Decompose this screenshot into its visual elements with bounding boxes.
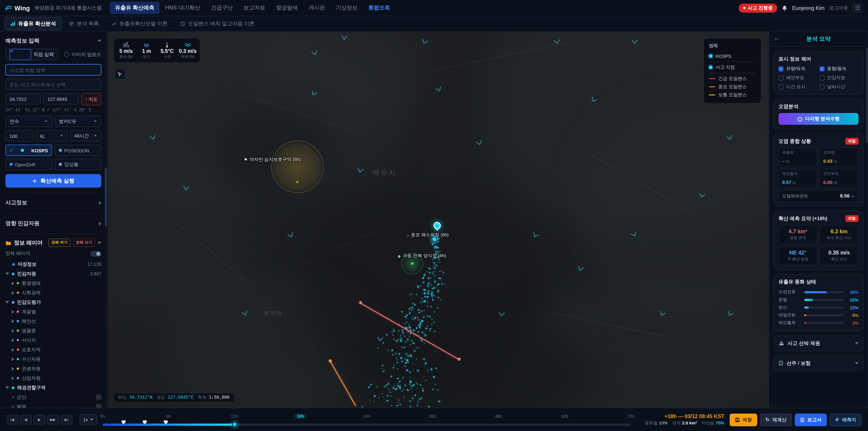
layer-subitem[interactable]: 산업자원 <box>5 373 101 383</box>
nav-item-3[interactable]: 보고자료 <box>239 2 270 14</box>
incident-status-badge[interactable]: 사고 진행중 <box>739 3 777 12</box>
display-option-2[interactable]: 예인부표 <box>778 74 817 81</box>
pick-on-map-button[interactable]: ↑지도 <box>81 93 101 105</box>
display-option-4[interactable]: 시간 표시 <box>778 84 817 90</box>
chevron-right-icon[interactable] <box>12 329 14 333</box>
layer-subitem[interactable]: 해안선 <box>5 316 101 326</box>
layer-item[interactable]: 어장정보17,129 <box>5 259 101 269</box>
app-logo[interactable]: Wing <box>5 4 30 11</box>
tick-18h[interactable]: 18h <box>294 413 307 418</box>
nav-item-0[interactable]: 유출유 확산예측 <box>110 2 159 14</box>
nav-item-2[interactable]: 긴급구난 <box>206 2 238 14</box>
skip-end-button[interactable]: ▶| <box>61 415 72 425</box>
chevron-right-icon[interactable] <box>12 357 14 361</box>
unit-select[interactable]: kL <box>36 130 67 142</box>
chevron-right-icon[interactable] <box>12 376 14 380</box>
logout-button[interactable]: 로그아웃 <box>829 5 848 11</box>
display-option-1[interactable]: ✓풍향/풍속 <box>819 65 859 72</box>
accident-list-input[interactable] <box>5 79 101 90</box>
layer-subitem[interactable]: 보호지역 <box>5 345 101 355</box>
ship-spec-section[interactable]: 사고 선박 제원 <box>774 335 864 351</box>
accident-info-section[interactable]: 사고정보 <box>5 197 101 208</box>
menu-button[interactable] <box>852 4 863 12</box>
speed-select[interactable]: 1x <box>80 414 97 425</box>
chevron-right-icon[interactable] <box>12 310 14 313</box>
sidebar-scrollbar[interactable] <box>105 32 107 408</box>
nav-item-4[interactable]: 항공탐색 <box>271 2 303 14</box>
skip-start-button[interactable]: |◀ <box>6 415 18 425</box>
map-annotation[interactable]: ⌂ 종포 해수욕장 (6h) <box>406 232 449 238</box>
layer-item[interactable]: 민감도평가 <box>5 298 101 307</box>
재계산-button[interactable]: ↻재계산 <box>760 413 792 426</box>
chevron-right-icon[interactable] <box>12 319 14 323</box>
amount-input[interactable] <box>5 130 33 142</box>
tab-2[interactable]: 유출유확산모델 이론 <box>106 17 173 30</box>
accident-name-input[interactable] <box>5 64 101 75</box>
oil-fence-line-important[interactable] <box>330 361 356 406</box>
tick-0h[interactable]: 0h <box>100 413 105 418</box>
fence-endpoint[interactable] <box>359 301 362 304</box>
all-layers-toggle[interactable] <box>90 251 101 256</box>
예측지-button[interactable]: ✈예측지 <box>830 413 862 426</box>
input-mode-radio-1[interactable]: 이미지 업로드 <box>64 49 101 60</box>
grid-icon[interactable] <box>96 395 101 400</box>
map-canvas[interactable]: 여수시 화양면 ⚑ 여자만 습지보호구역 (6h) ⌂ 종포 해수욕장 (6h)… <box>108 32 769 408</box>
predict-section-header[interactable]: 예측정보 입력 <box>5 37 101 45</box>
oil-fence-line-emergency[interactable] <box>361 303 460 360</box>
layer-subitem[interactable]: 생물종 <box>5 326 101 335</box>
map-annotation[interactable]: ◈ 국동 전복 양식장 (6h) <box>397 253 446 259</box>
tab-0[interactable]: 유출유 확산분석 <box>4 17 62 30</box>
nav-item-1[interactable]: HNS·대기확산 <box>160 2 205 14</box>
nav-item-6[interactable]: 기상정보 <box>331 2 363 14</box>
expander-icon[interactable] <box>5 387 9 389</box>
spill-mode-select[interactable]: 연속 <box>5 116 52 127</box>
nav-item-7[interactable]: 통합조회 <box>364 2 395 14</box>
tick-36h[interactable]: 36h <box>429 413 436 418</box>
run-prediction-button[interactable]: 확산예측 실행 <box>5 174 101 188</box>
layer-subitem[interactable]: 환경생태 <box>5 278 101 288</box>
step-back-button[interactable]: ◀ <box>20 415 32 425</box>
layer-subitem[interactable]: 군산 <box>5 392 101 402</box>
slider-handle[interactable] <box>232 422 237 427</box>
layer-subitem[interactable]: 계절별 <box>5 307 101 316</box>
model-chip-kosps[interactable]: ✓KOSPS <box>5 145 52 156</box>
input-mode-radio-0[interactable]: 직접 입력 <box>5 49 58 60</box>
layer-subitem[interactable]: 관광자원 <box>5 364 101 373</box>
notification-bell-icon[interactable] <box>782 5 788 11</box>
polygon-analysis-button[interactable]: 다각형 분석수행 <box>778 113 859 125</box>
tick-72h[interactable]: 72h <box>627 413 634 418</box>
model-chip-앙상블[interactable]: 앙상블 <box>55 159 101 170</box>
model-chip-poseidon[interactable]: POSEIDON <box>55 145 101 156</box>
fast-forward-button[interactable]: ▶▶ <box>47 415 59 425</box>
display-option-3[interactable]: 민감자원 <box>819 74 859 81</box>
chevron-right-icon[interactable] <box>12 338 14 342</box>
longitude-input[interactable] <box>43 93 79 104</box>
tick-60h[interactable]: 60h <box>561 413 568 418</box>
chevron-right-icon[interactable] <box>12 281 14 285</box>
chevron-right-icon[interactable] <box>12 348 14 351</box>
layer-item[interactable]: 민감자원3,947 <box>5 269 101 278</box>
map-annotation[interactable]: ⚑ 여자만 습지보호구역 (6h) <box>244 156 301 163</box>
layer-subitem[interactable]: 수산자원 <box>5 355 101 364</box>
oil-type-select[interactable]: 벙커C유 <box>55 116 101 127</box>
impact-resources-section[interactable]: 영향 민감자원 <box>5 218 101 229</box>
timeline-slider[interactable] <box>102 422 631 427</box>
layer-item[interactable]: 해경관할구역 <box>5 383 101 392</box>
latitude-input[interactable] <box>5 93 41 104</box>
tick-24h[interactable]: 24h <box>363 413 370 418</box>
play-button[interactable]: ▶ <box>33 415 45 425</box>
duration-select[interactable]: 48시간 <box>70 130 101 142</box>
tick-12h[interactable]: 12h <box>231 413 238 418</box>
layer-subitem[interactable]: 사회경제 <box>5 288 101 298</box>
nav-item-5[interactable]: 게시판 <box>304 2 330 14</box>
저장-button[interactable]: 저장 <box>730 413 757 426</box>
chevron-right-icon[interactable] <box>12 291 14 295</box>
보고서-button[interactable]: 보고서 <box>795 413 827 426</box>
display-option-0[interactable]: ✓유량/유속 <box>778 65 817 72</box>
tab-1[interactable]: 분석 목록 <box>64 17 104 30</box>
tick-6h[interactable]: 6h <box>166 413 171 418</box>
draw-tools-button[interactable] <box>114 69 125 80</box>
model-chip-opendrift[interactable]: OpenDrift <box>5 159 52 170</box>
scrollbar-thumb[interactable] <box>866 48 868 143</box>
owner-insurance-section[interactable]: 선주 / 보험 <box>774 355 864 371</box>
